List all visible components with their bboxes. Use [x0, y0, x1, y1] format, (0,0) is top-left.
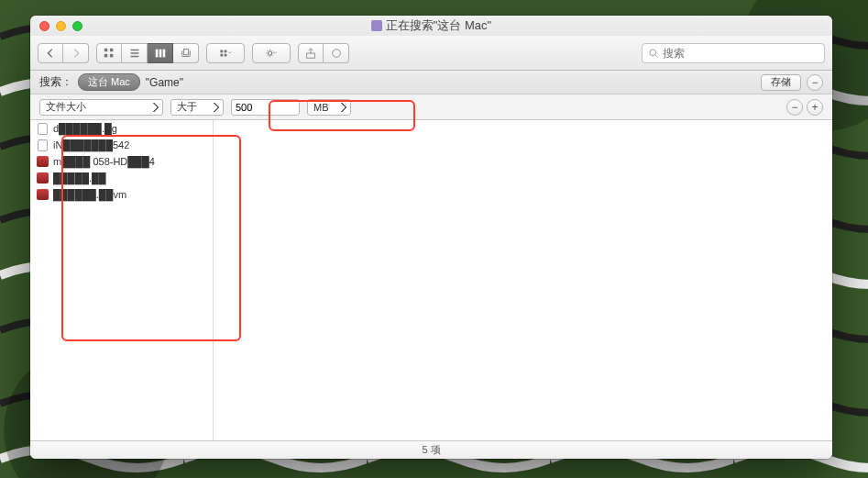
- content-area: d██████.█giN███████542m████ 058-HD███4██…: [30, 120, 832, 440]
- arrange-icon: [219, 47, 232, 60]
- criteria-row: 文件大小 大于 MB − +: [30, 94, 832, 120]
- list-item-label: d██████.█g: [53, 123, 117, 134]
- save-search-button[interactable]: 存储: [761, 74, 801, 91]
- share-icon: [304, 47, 317, 60]
- arrange-button[interactable]: [206, 43, 245, 63]
- svg-point-12: [269, 50, 272, 54]
- criteria-remove-button[interactable]: −: [786, 99, 803, 116]
- criteria-add-button[interactable]: +: [807, 99, 823, 116]
- scope-this-mac[interactable]: 这台 Mac: [78, 73, 140, 91]
- coverflow-icon: [180, 47, 192, 60]
- criteria-comparator-select[interactable]: 大于: [170, 99, 224, 116]
- svg-rect-8: [220, 50, 223, 52]
- svg-rect-7: [183, 49, 188, 54]
- package-icon: [36, 155, 49, 168]
- list-item[interactable]: m████ 058-HD███4: [30, 153, 213, 170]
- view-list-button[interactable]: [122, 43, 148, 63]
- list-item[interactable]: ██████.██vm: [30, 186, 213, 203]
- svg-rect-0: [104, 48, 108, 51]
- status-text: 5 项: [422, 443, 440, 457]
- forward-button[interactable]: [63, 43, 89, 63]
- svg-rect-1: [110, 48, 114, 51]
- view-coverflow-button[interactable]: [173, 43, 199, 63]
- results-column[interactable]: d██████.█giN███████542m████ 058-HD███4██…: [30, 120, 214, 440]
- svg-rect-3: [110, 53, 114, 57]
- window-title: 正在搜索"这台 Mac": [30, 17, 832, 34]
- list-item-label: iN███████542: [53, 139, 129, 150]
- package-icon: [36, 188, 49, 201]
- list-item[interactable]: iN███████542: [30, 137, 213, 153]
- preview-column: [214, 120, 832, 440]
- svg-rect-4: [155, 49, 158, 57]
- chevron-right-icon: [70, 47, 82, 60]
- toolbar: [30, 36, 832, 71]
- svg-rect-6: [162, 49, 165, 57]
- list-item-label: █████.██: [53, 172, 106, 183]
- svg-rect-9: [220, 53, 223, 56]
- window-title-text: 正在搜索"这台 Mac": [386, 17, 491, 34]
- grid-icon: [103, 47, 115, 60]
- tag-icon: [330, 47, 343, 60]
- list-icon: [128, 47, 141, 60]
- status-bar: 5 项: [30, 440, 832, 459]
- criteria-value-input[interactable]: [231, 99, 300, 116]
- back-button[interactable]: [38, 43, 63, 63]
- gear-icon: [265, 47, 278, 60]
- svg-point-14: [332, 49, 340, 57]
- package-icon: [36, 172, 49, 184]
- list-item[interactable]: █████.██: [30, 170, 213, 186]
- search-icon: [648, 48, 659, 59]
- view-icon-button[interactable]: [96, 43, 122, 63]
- svg-rect-11: [225, 53, 227, 56]
- scope-game[interactable]: "Game": [146, 76, 183, 89]
- criteria-unit-select[interactable]: MB: [307, 99, 351, 116]
- svg-rect-10: [225, 50, 227, 52]
- share-button[interactable]: [298, 43, 324, 63]
- svg-point-15: [650, 49, 656, 55]
- smart-folder-icon: [371, 20, 382, 31]
- chevron-left-icon: [44, 47, 57, 60]
- list-item[interactable]: d██████.█g: [30, 120, 213, 137]
- file-icon: [36, 139, 49, 151]
- view-column-button[interactable]: [148, 43, 173, 63]
- tags-button[interactable]: [324, 43, 349, 63]
- list-item-label: m████ 058-HD███4: [53, 156, 155, 167]
- scope-label: 搜索：: [39, 74, 72, 90]
- svg-rect-2: [104, 53, 108, 57]
- titlebar: 正在搜索"这台 Mac": [30, 16, 832, 36]
- finder-window: 正在搜索"这台 Mac": [30, 16, 832, 459]
- columns-icon: [154, 47, 167, 60]
- svg-rect-5: [159, 49, 161, 57]
- file-icon: [36, 122, 49, 135]
- action-button[interactable]: [252, 43, 291, 63]
- list-item-label: ██████.██vm: [53, 189, 126, 200]
- remove-criteria-button[interactable]: −: [807, 74, 823, 91]
- scope-bar: 搜索： 这台 Mac "Game" 存储 −: [30, 71, 832, 94]
- search-input[interactable]: [663, 47, 819, 60]
- search-field[interactable]: [642, 43, 825, 63]
- criteria-attribute-select[interactable]: 文件大小: [39, 99, 163, 116]
